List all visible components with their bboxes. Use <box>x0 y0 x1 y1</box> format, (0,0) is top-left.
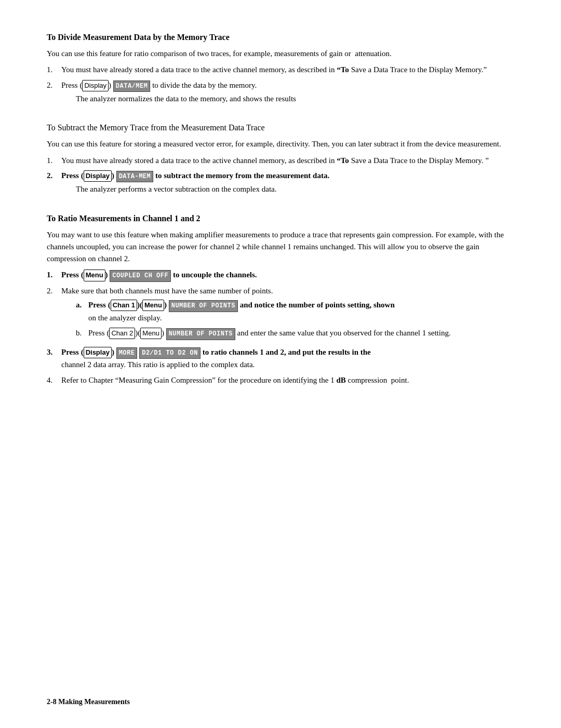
display-key: Display <box>84 170 112 182</box>
step-content: You must have already stored a data trac… <box>61 64 514 76</box>
list-item: 1. Press (Menu) COUPLED CH OFF to uncoup… <box>47 269 514 282</box>
indent-text: The analyzer normalizes the data to the … <box>76 93 514 105</box>
body-text-ratio: You may want to use this feature when ma… <box>47 229 514 265</box>
step-content-bold: Press (Display) MORE D2/D1 TO D2 ON to r… <box>61 346 514 371</box>
step-number: 4. <box>47 374 61 386</box>
menu-key-a: Menu <box>142 300 164 311</box>
step-number-bold: 1. <box>47 269 61 282</box>
title-bold-to2: To <box>47 214 56 223</box>
step-content-bold: Press (Display) DATA-MEM to subtract the… <box>61 170 514 198</box>
step-number: 1. <box>47 64 61 76</box>
section-subtract-memory: To Subtract the Memory Trace from the Me… <box>47 122 514 197</box>
data-mem-softkey: DATA/MEM <box>113 80 151 92</box>
section-title-subtract: To Subtract the Memory Trace from the Me… <box>47 122 514 134</box>
section-divide-measurement: To Divide Measurement Data by the Memory… <box>47 31 514 107</box>
chan1-key: Chan 1 <box>111 300 137 311</box>
number-of-points-softkey-b: NUMBER OF POINTS <box>166 328 235 340</box>
list-item: 1. You must have already stored a data t… <box>47 64 514 76</box>
list-item: 2. Make sure that both channels must hav… <box>47 285 514 343</box>
step-number: 1. <box>47 155 61 167</box>
step-number-bold: 2. <box>47 170 61 198</box>
step-content: Make sure that both channels must have t… <box>61 285 514 343</box>
indent-text: The analyzer performs a vector subtracti… <box>76 183 514 195</box>
step-content: You must have already stored a data trac… <box>61 155 514 167</box>
step-number: 2. <box>47 79 61 107</box>
step-content-bold: Press (Menu) COUPLED CH OFF to uncouple … <box>61 269 514 282</box>
sub-label-b: b. <box>76 327 88 340</box>
number-of-points-softkey-a: NUMBER OF POINTS <box>169 300 238 312</box>
steps-list-divide: 1. You must have already stored a data t… <box>47 64 514 107</box>
sub-content-b: Press (Chan 2)(Menu) NUMBER OF POINTS an… <box>88 327 514 340</box>
substeps-list: a. Press (Chan 1)(Menu) NUMBER OF POINTS… <box>76 299 514 340</box>
list-item: 2. Press (Display) DATA-MEM to subtract … <box>47 170 514 198</box>
list-item: 2. Press (Display) DATA/MEM to divide th… <box>47 79 514 107</box>
footer-text: 2-8 Making Measurements <box>47 698 130 706</box>
step-number: 2. <box>47 285 61 343</box>
section-ratio-measurements: To Ratio Measurements in Channel 1 and 2… <box>47 212 514 386</box>
step-content: Refer to Chapter “Measuring Gain Compres… <box>61 374 514 386</box>
chan2-key: Chan 2 <box>109 328 135 339</box>
list-item: 1. You must have already stored a data t… <box>47 155 514 167</box>
page-footer: 2-8 Making Measurements <box>47 696 130 707</box>
menu-key-b: Menu <box>140 328 162 339</box>
sub-content-a: Press (Chan 1)(Menu) NUMBER OF POINTS an… <box>88 299 514 324</box>
title-rest-divide: Divide Measurement Data by the Memory Tr… <box>58 33 230 42</box>
sub-list-item: b. Press (Chan 2)(Menu) NUMBER OF POINTS… <box>76 327 514 340</box>
title-rest-ratio: Ratio Measurements in Channel 1 and 2 <box>58 214 200 223</box>
step-content: Press (Display) DATA/MEM to divide the d… <box>61 79 514 107</box>
menu-key: Menu <box>84 269 105 281</box>
sub-label-a: a. <box>76 299 88 324</box>
display-key: Display <box>82 80 109 91</box>
steps-list-subtract: 1. You must have already stored a data t… <box>47 155 514 198</box>
more-softkey: MORE <box>116 347 138 359</box>
section-title-ratio: To Ratio Measurements in Channel 1 and 2 <box>47 212 514 225</box>
body-text-divide: You can use this feature for ratio compa… <box>47 48 514 60</box>
section-title-divide: To Divide Measurement Data by the Memory… <box>47 31 514 44</box>
steps-list-ratio: 1. Press (Menu) COUPLED CH OFF to uncoup… <box>47 269 514 386</box>
sub-list-item: a. Press (Chan 1)(Menu) NUMBER OF POINTS… <box>76 299 514 324</box>
step-number-bold: 3. <box>47 346 61 371</box>
data-mem-softkey: DATA-MEM <box>116 171 154 183</box>
d2d1-softkey: D2/D1 TO D2 ON <box>139 347 201 359</box>
list-item: 3. Press (Display) MORE D2/D1 TO D2 ON t… <box>47 346 514 371</box>
coupled-ch-off-softkey: COUPLED CH OFF <box>110 270 171 282</box>
display-key-3: Display <box>84 347 112 358</box>
list-item: 4. Refer to Chapter “Measuring Gain Comp… <box>47 374 514 386</box>
body-text-subtract: You can use this feature for storing a m… <box>47 138 514 150</box>
title-bold-to: To <box>47 33 56 42</box>
